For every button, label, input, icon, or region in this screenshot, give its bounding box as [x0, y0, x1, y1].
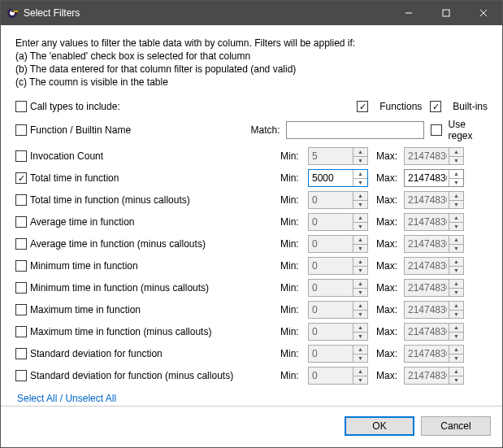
min-spinner-input[interactable] [309, 236, 353, 252]
max-spinner-steppers[interactable]: ▲▼ [449, 346, 463, 362]
step-up-icon[interactable]: ▲ [449, 148, 463, 157]
calltypes-checkbox[interactable] [15, 101, 27, 112]
min-spinner[interactable]: ▲▼ [308, 235, 368, 253]
step-down-icon[interactable]: ▼ [353, 376, 367, 385]
min-spinner[interactable]: ▲▼ [308, 367, 368, 385]
min-spinner[interactable]: ▲▼ [308, 257, 368, 275]
max-spinner[interactable]: ▲▼ [404, 257, 464, 275]
step-down-icon[interactable]: ▼ [449, 201, 463, 209]
min-spinner-input[interactable] [309, 148, 353, 164]
step-up-icon[interactable]: ▲ [449, 170, 463, 179]
min-spinner-input[interactable] [309, 192, 353, 208]
step-down-icon[interactable]: ▼ [449, 333, 463, 341]
max-spinner[interactable]: ▲▼ [404, 301, 464, 319]
minimize-button[interactable] [390, 1, 427, 25]
step-up-icon[interactable]: ▲ [449, 346, 463, 354]
min-spinner[interactable]: ▲▼ [308, 213, 368, 231]
step-down-icon[interactable]: ▼ [353, 333, 367, 341]
min-spinner-input[interactable] [309, 324, 353, 340]
filter-checkbox[interactable] [15, 326, 27, 337]
max-spinner-steppers[interactable]: ▲▼ [449, 280, 463, 296]
step-up-icon[interactable]: ▲ [449, 236, 463, 245]
maximize-button[interactable] [427, 1, 465, 25]
max-spinner[interactable]: ▲▼ [404, 213, 464, 231]
filter-checkbox[interactable] [15, 194, 27, 206]
max-spinner-steppers[interactable]: ▲▼ [449, 236, 463, 252]
max-spinner-input[interactable] [405, 280, 449, 296]
filter-checkbox[interactable] [15, 172, 27, 184]
min-spinner-steppers[interactable]: ▲▼ [353, 324, 367, 340]
step-up-icon[interactable]: ▲ [353, 302, 367, 311]
step-up-icon[interactable]: ▲ [449, 280, 463, 289]
functions-checkbox[interactable] [357, 101, 368, 112]
step-down-icon[interactable]: ▼ [353, 267, 367, 275]
step-down-icon[interactable]: ▼ [449, 157, 463, 165]
max-spinner[interactable]: ▲▼ [404, 169, 464, 187]
step-down-icon[interactable]: ▼ [353, 223, 367, 231]
max-spinner-input[interactable] [405, 258, 449, 274]
max-spinner-input[interactable] [405, 192, 449, 208]
min-spinner[interactable]: ▲▼ [308, 169, 368, 187]
max-spinner-steppers[interactable]: ▲▼ [449, 368, 463, 384]
step-down-icon[interactable]: ▼ [449, 354, 463, 363]
min-spinner-steppers[interactable]: ▲▼ [353, 214, 367, 230]
min-spinner-steppers[interactable]: ▲▼ [353, 346, 367, 362]
use-regex-checkbox[interactable] [431, 124, 442, 136]
max-spinner[interactable]: ▲▼ [404, 323, 464, 341]
step-down-icon[interactable]: ▼ [353, 289, 367, 297]
step-up-icon[interactable]: ▲ [449, 368, 463, 376]
step-up-icon[interactable]: ▲ [353, 346, 367, 354]
max-spinner[interactable]: ▲▼ [404, 147, 464, 165]
step-down-icon[interactable]: ▼ [353, 157, 367, 165]
max-spinner-steppers[interactable]: ▲▼ [449, 302, 463, 318]
min-spinner-steppers[interactable]: ▲▼ [353, 192, 367, 208]
step-up-icon[interactable]: ▲ [353, 368, 367, 376]
match-input[interactable] [286, 121, 424, 139]
step-down-icon[interactable]: ▼ [449, 245, 463, 253]
step-down-icon[interactable]: ▼ [353, 311, 367, 319]
max-spinner-input[interactable] [405, 148, 449, 164]
step-up-icon[interactable]: ▲ [353, 258, 367, 267]
max-spinner[interactable]: ▲▼ [404, 235, 464, 253]
select-all-link[interactable]: Select All [17, 393, 57, 404]
step-down-icon[interactable]: ▼ [353, 201, 367, 209]
min-spinner[interactable]: ▲▼ [308, 191, 368, 209]
step-down-icon[interactable]: ▼ [353, 245, 367, 253]
step-up-icon[interactable]: ▲ [449, 324, 463, 333]
min-spinner[interactable]: ▲▼ [308, 301, 368, 319]
filter-checkbox[interactable] [15, 260, 27, 272]
min-spinner[interactable]: ▲▼ [308, 323, 368, 341]
filter-checkbox[interactable] [15, 370, 27, 381]
step-up-icon[interactable]: ▲ [353, 170, 367, 179]
min-spinner-input[interactable] [309, 214, 353, 230]
step-up-icon[interactable]: ▲ [449, 302, 463, 311]
step-down-icon[interactable]: ▼ [449, 179, 463, 187]
max-spinner-input[interactable] [405, 214, 449, 230]
max-spinner-steppers[interactable]: ▲▼ [449, 192, 463, 208]
min-spinner-input[interactable] [309, 170, 353, 186]
unselect-all-link[interactable]: Unselect All [65, 393, 116, 404]
min-spinner-input[interactable] [309, 280, 353, 296]
step-down-icon[interactable]: ▼ [449, 311, 463, 319]
step-down-icon[interactable]: ▼ [449, 289, 463, 297]
min-spinner-steppers[interactable]: ▲▼ [353, 170, 367, 186]
min-spinner[interactable]: ▲▼ [308, 279, 368, 297]
filter-checkbox[interactable] [15, 348, 27, 359]
ok-button[interactable]: OK [345, 416, 414, 436]
max-spinner[interactable]: ▲▼ [404, 367, 464, 385]
filter-checkbox[interactable] [15, 304, 27, 315]
filter-checkbox[interactable] [15, 282, 27, 294]
close-button[interactable] [465, 1, 502, 25]
step-up-icon[interactable]: ▲ [353, 324, 367, 333]
max-spinner-steppers[interactable]: ▲▼ [449, 258, 463, 274]
step-up-icon[interactable]: ▲ [353, 280, 367, 289]
max-spinner-input[interactable] [405, 346, 449, 362]
step-up-icon[interactable]: ▲ [353, 192, 367, 201]
step-down-icon[interactable]: ▼ [353, 179, 367, 187]
min-spinner-steppers[interactable]: ▲▼ [353, 280, 367, 296]
max-spinner-input[interactable] [405, 324, 449, 340]
cancel-button[interactable]: Cancel [421, 416, 491, 436]
filter-checkbox[interactable] [15, 238, 27, 250]
max-spinner-steppers[interactable]: ▲▼ [449, 324, 463, 340]
step-up-icon[interactable]: ▲ [353, 148, 367, 157]
